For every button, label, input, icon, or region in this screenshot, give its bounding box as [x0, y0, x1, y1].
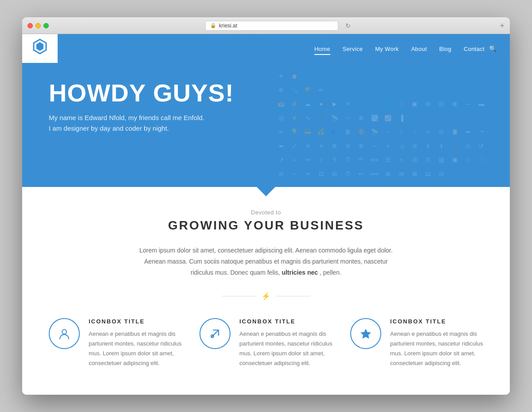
hero-headline: HOWDY GUYS! [49, 81, 483, 105]
iconbox-1-content: ICONBOX TITLE Aenean e penatibus et magn… [89, 318, 182, 368]
nav-item-home[interactable]: Home [314, 45, 330, 53]
search-icon[interactable]: 🔍 [489, 45, 497, 52]
divider-line-left [222, 296, 256, 296]
nav-item-contact[interactable]: Contact [464, 45, 485, 53]
address-bar-container: 🔒 kriesi.at ↻ [56, 21, 500, 31]
iconbox-3-icon [350, 318, 381, 349]
logo-icon [31, 38, 49, 59]
iconbox-3-title: ICONBOX TITLE [390, 318, 483, 325]
iconbox-1-title: ICONBOX TITLE [89, 318, 182, 325]
section-divider: ⚡ [222, 292, 310, 300]
iconbox-1-icon [49, 318, 80, 349]
iconbox-3: ICONBOX TITLE Aenean e penatibus et magn… [350, 318, 483, 368]
lock-icon: 🔒 [210, 23, 216, 28]
hero-arrow [256, 187, 276, 196]
iconbox-3-content: ICONBOX TITLE Aenean e penatibus et magn… [390, 318, 483, 368]
iconbox-2-icon [200, 318, 231, 349]
section-title: GROWING YOUR BUSINESS [49, 218, 483, 233]
new-tab-button[interactable]: + [500, 22, 505, 30]
url-text: kriesi.at [219, 23, 237, 29]
nav-item-mywork[interactable]: My Work [375, 45, 399, 53]
navbar: Home Service My Work About Blog Contact … [22, 34, 510, 63]
svg-point-2 [62, 330, 66, 334]
divider-line-right [276, 296, 310, 296]
svg-marker-1 [36, 42, 43, 51]
main-content-section: Devoted to GROWING YOUR BUSINESS Lorem i… [22, 187, 510, 395]
website-content: Home Service My Work About Blog Contact … [22, 34, 510, 395]
bold-text: ultricies nec [282, 269, 318, 276]
lightning-icon: ⚡ [262, 292, 270, 300]
nav-item-about[interactable]: About [411, 45, 426, 53]
hero-subtext: My name is Edward Nfold, my friends call… [49, 113, 483, 134]
refresh-button[interactable]: ↻ [345, 22, 351, 29]
browser-window: 🔒 kriesi.at ↻ + Home Service My Work [22, 17, 510, 395]
hero-content: HOWDY GUYS! My name is Edward Nfold, my … [49, 81, 483, 134]
iconbox-1: ICONBOX TITLE Aenean e penatibus et magn… [49, 318, 182, 368]
nav-item-service[interactable]: Service [343, 45, 363, 53]
browser-titlebar: 🔒 kriesi.at ↻ + [22, 17, 510, 34]
nav-item-blog[interactable]: Blog [439, 45, 451, 53]
maximize-button[interactable] [43, 23, 49, 28]
logo-box[interactable] [22, 34, 58, 63]
iconbox-2-title: ICONBOX TITLE [239, 318, 332, 325]
iconboxes-container: ICONBOX TITLE Aenean e penatibus et magn… [49, 318, 483, 368]
address-bar[interactable]: 🔒 kriesi.at [205, 21, 338, 31]
close-button[interactable] [27, 23, 33, 28]
hero-section: HOWDY GUYS! My name is Edward Nfold, my … [22, 63, 510, 187]
minimize-button[interactable] [35, 23, 41, 28]
browser-traffic-lights [27, 23, 49, 28]
iconbox-2-text: Aenean e penatibus et magnis dis parturi… [239, 329, 332, 368]
iconbox-1-text: Aenean e penatibus et magnis dis parturi… [89, 329, 182, 368]
devoted-label: Devoted to [49, 209, 483, 216]
svg-marker-4 [360, 329, 371, 339]
iconbox-2-content: ICONBOX TITLE Aenean e penatibus et magn… [239, 318, 332, 368]
section-description: Lorem ipsum dolor sit amet, consectetuer… [129, 245, 403, 279]
iconbox-2: ICONBOX TITLE Aenean e penatibus et magn… [200, 318, 332, 368]
iconbox-3-text: Aenean e penatibus et magnis dis parturi… [390, 329, 483, 368]
nav-links: Home Service My Work About Blog Contact [314, 45, 485, 53]
